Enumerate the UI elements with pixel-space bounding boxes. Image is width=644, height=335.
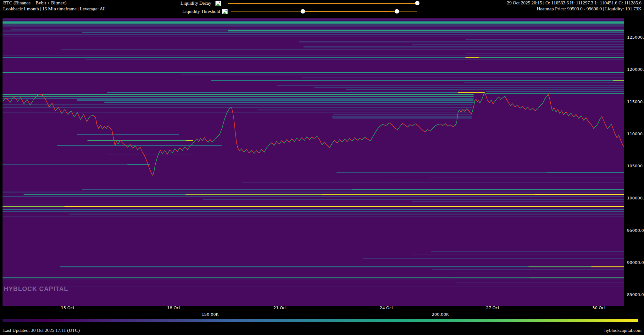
watermark: HYBLOCK CAPITAL [4, 285, 68, 293]
price-line-segment [77, 113, 80, 120]
price-line-segment [523, 106, 525, 109]
liquidity-threshold-handle-high[interactable] [395, 9, 399, 14]
price-line-segment [74, 113, 77, 117]
price-line-segment [52, 103, 55, 111]
price-line-segment [58, 108, 62, 113]
price-line-segment [257, 151, 259, 153]
price-line-segment [10, 96, 14, 103]
price-line-segment [133, 146, 135, 148]
price-line-segment [208, 139, 210, 142]
price-line-segment [513, 104, 515, 107]
price-tick-label: 95000.0 [627, 228, 644, 233]
liquidity-threshold-handle-low[interactable] [301, 9, 305, 14]
price-line-segment [130, 144, 133, 148]
price-line-segment [564, 112, 566, 114]
price-line-segment [608, 124, 611, 129]
liquidity-decay-icon[interactable] [215, 1, 221, 6]
price-line-segment [259, 149, 262, 153]
price-line-segment [93, 115, 99, 128]
liquidation-heatmap-canvas[interactable]: HYBLOCK CAPITAL [3, 18, 624, 306]
price-tick-label: 85000.0 [627, 292, 644, 297]
price-line-segment [518, 105, 520, 108]
price-line-segment [87, 115, 93, 121]
price-line-segment [347, 138, 350, 142]
price-line-segment [249, 150, 252, 153]
date-tick-label: 30 Oct [592, 305, 606, 310]
price-line-segment [231, 107, 240, 151]
liquidity-threshold-slider-range[interactable] [303, 11, 397, 12]
price-line-segment [292, 139, 294, 142]
image-glyph-dot [225, 10, 227, 11]
price-line-segment [314, 136, 317, 139]
price-line-segment [309, 137, 312, 140]
price-line-segment [445, 124, 448, 126]
price-line-segment [556, 109, 558, 112]
price-line-segment [586, 118, 594, 128]
price-line-segment [566, 112, 569, 116]
price-line-segment [240, 149, 242, 151]
price-line-segment [357, 138, 360, 140]
price-line-segment [185, 147, 187, 150]
price-line-segment [104, 126, 106, 128]
price-line-segment [425, 130, 428, 132]
price-line-segment [68, 111, 71, 114]
price-line-segment [272, 143, 274, 145]
price-line-segment [118, 140, 120, 144]
image-glyph [216, 3, 220, 6]
price-line-segment [30, 94, 40, 105]
price-line-segment [128, 144, 130, 147]
price-tick-label: 100000.0 [627, 196, 644, 200]
price-line-segment [304, 137, 307, 140]
colorbar-tick-label: 150.00K [202, 312, 219, 317]
price-line-segment [177, 148, 180, 152]
price-line-segment [362, 137, 365, 140]
price-line-segment [242, 149, 244, 152]
price-line-segment [489, 100, 491, 103]
image-glyph-dot [219, 2, 220, 3]
price-tick-label: 105000.0 [627, 164, 644, 168]
price-line-segment [413, 124, 415, 126]
liquidity-threshold-icon[interactable] [222, 9, 228, 14]
price-line-segment [120, 140, 128, 147]
price-line-segment [430, 124, 440, 131]
price-line-segment [535, 95, 548, 111]
price-line-segment [49, 103, 52, 107]
price-line-segment [3, 98, 6, 101]
price-line-segment [24, 99, 27, 104]
liquidity-decay-label: Liquidity Decay [180, 1, 211, 6]
liquidity-decay-slider-handle[interactable] [415, 1, 419, 5]
price-line-segment [175, 149, 177, 152]
price-line-segment [172, 149, 175, 153]
price-line-segment [14, 96, 18, 101]
price-line-segment [80, 114, 84, 120]
price-line-segment [170, 150, 172, 153]
price-line-segment [491, 100, 493, 104]
price-line-segment [617, 135, 619, 138]
price-line-segment [365, 137, 370, 141]
price-line-segment [342, 139, 345, 142]
liquidity-threshold-slider-track[interactable] [231, 11, 303, 12]
price-line-segment [383, 124, 386, 126]
price-line-segment [340, 140, 342, 142]
liquidity-threshold-slider-track[interactable] [397, 11, 417, 12]
price-line-segment [201, 138, 203, 141]
colorbar-tick-label: 200.00K [432, 312, 449, 317]
price-line-segment [264, 143, 272, 152]
price-line-segment [6, 98, 10, 103]
date-tick-label: 18 Oct [167, 305, 180, 310]
price-line-segment [370, 124, 383, 141]
price-line-segment [390, 123, 397, 130]
price-line-segment [330, 140, 335, 148]
price-line-segment [55, 108, 58, 111]
price-line-segment [485, 92, 489, 103]
price-line-segment [571, 113, 574, 117]
price-line-segment [415, 124, 425, 132]
liquidity-decay-slider-track[interactable] [228, 3, 417, 4]
price-line-segment [62, 109, 65, 113]
price-line-segment [153, 150, 160, 176]
price-line-segment [21, 98, 24, 104]
price-line-segment [408, 125, 410, 127]
price-line-segment [317, 136, 322, 145]
price-line-segment [552, 108, 554, 111]
price-line-segment [180, 148, 182, 150]
